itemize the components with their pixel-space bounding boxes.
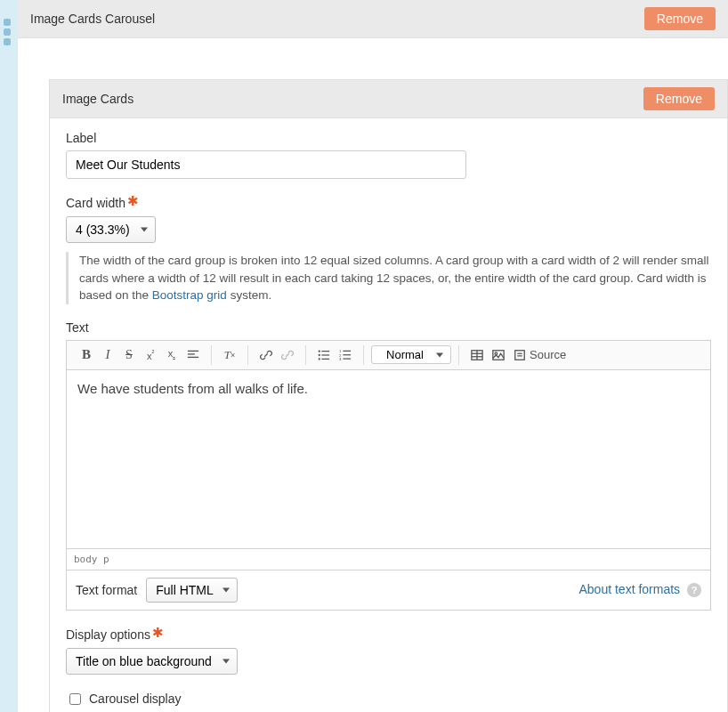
superscript-button[interactable]: x²: [140, 344, 161, 366]
bootstrap-grid-link[interactable]: Bootstrap grid: [152, 288, 227, 302]
text-format-label: Text format: [76, 583, 137, 597]
svg-text:3: 3: [339, 357, 342, 361]
link-button[interactable]: [255, 344, 277, 366]
table-button[interactable]: [466, 344, 488, 366]
rte-toolbar: B I S x² x₂ T×: [67, 341, 710, 370]
required-icon: ✱: [127, 193, 139, 208]
panel-title-outer: Image Cards Carousel: [30, 12, 155, 26]
text-label: Text: [66, 320, 711, 335]
numbered-list-button[interactable]: 123: [335, 344, 356, 366]
bold-button[interactable]: B: [76, 344, 97, 366]
required-icon: ✱: [152, 625, 164, 640]
svg-rect-0: [188, 350, 198, 351]
svg-rect-2: [188, 356, 198, 357]
label-label: Label: [66, 131, 711, 145]
svg-rect-12: [343, 354, 351, 355]
field-carousel-display: Carousel display: [66, 691, 711, 708]
left-rail: [0, 0, 18, 712]
panel-title-inner: Image Cards: [62, 92, 133, 106]
bulleted-list-button[interactable]: [313, 344, 335, 366]
unlink-button[interactable]: [277, 344, 298, 366]
remove-button-outer[interactable]: Remove: [644, 7, 716, 30]
paragraph-format-select[interactable]: Normal: [371, 345, 451, 364]
image-button[interactable]: [488, 344, 509, 366]
rte-content[interactable]: We have students from all walks of life.: [67, 370, 710, 548]
svg-point-5: [319, 354, 320, 356]
drag-handle[interactable]: [4, 19, 11, 45]
rich-text-editor: B I S x² x₂ T×: [66, 340, 711, 570]
help-icon[interactable]: ?: [687, 583, 701, 597]
display-options-select[interactable]: Title on blue background: [66, 648, 238, 675]
align-button[interactable]: [182, 344, 204, 366]
text-format-row: Text format Full HTML About text formats…: [66, 570, 711, 611]
svg-point-3: [319, 350, 320, 352]
svg-rect-10: [343, 350, 351, 351]
italic-button[interactable]: I: [97, 344, 118, 366]
display-options-label: Display options✱: [66, 627, 711, 643]
carousel-display-checkbox[interactable]: [69, 693, 81, 705]
card-width-label: Card width✱: [66, 195, 711, 211]
field-text: Text B I S x² x₂: [66, 320, 711, 611]
card-width-select[interactable]: 4 (33.3%): [66, 216, 156, 243]
rte-elements-path[interactable]: body p: [67, 548, 710, 570]
subscript-button[interactable]: x₂: [161, 344, 182, 366]
svg-rect-21: [515, 350, 525, 360]
panel-image-cards: Image Cards Remove Label Card width✱ 4 (…: [49, 79, 728, 712]
text-format-select[interactable]: Full HTML: [146, 578, 238, 603]
source-label: Source: [530, 348, 566, 361]
remove-button-inner[interactable]: Remove: [643, 87, 715, 110]
svg-point-7: [319, 358, 320, 360]
card-width-help: The width of the card group is broken in…: [66, 252, 711, 304]
svg-rect-8: [321, 358, 329, 359]
svg-rect-14: [343, 358, 351, 359]
label-input[interactable]: [66, 150, 466, 179]
carousel-display-label: Carousel display: [89, 692, 182, 706]
svg-rect-4: [321, 351, 329, 352]
field-display-options: Display options✱ Title on blue backgroun…: [66, 627, 711, 675]
field-card-width: Card width✱ 4 (33.3%) The width of the c…: [66, 195, 711, 304]
svg-rect-6: [321, 354, 329, 355]
field-label: Label: [66, 131, 711, 179]
about-text-formats-link[interactable]: About text formats: [579, 582, 681, 596]
source-button[interactable]: Source: [509, 344, 570, 366]
strikethrough-button[interactable]: S: [118, 344, 140, 366]
svg-rect-1: [188, 353, 195, 354]
remove-format-button[interactable]: T×: [219, 344, 240, 366]
panel-image-cards-carousel: Image Cards Carousel Remove Image Cards …: [18, 0, 728, 712]
